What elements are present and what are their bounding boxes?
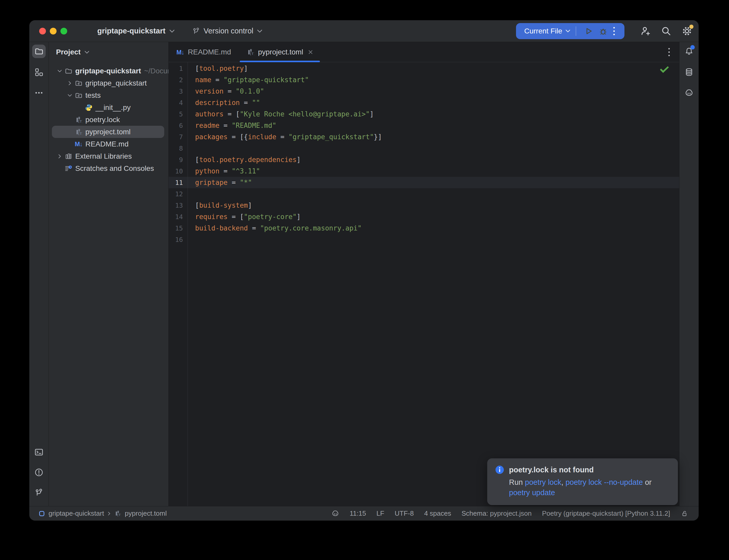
code-line[interactable]: 12	[169, 188, 679, 200]
line-number: 5	[169, 110, 187, 118]
info-icon	[495, 465, 504, 474]
run-configuration-widget[interactable]: Current File	[516, 23, 624, 39]
tree-row-root[interactable]: griptape-quickstart ~/Docume	[49, 65, 168, 77]
project-tool-button[interactable]	[32, 45, 46, 58]
debug-button[interactable]	[598, 26, 608, 36]
breadcrumb-project[interactable]: griptape-quickstart	[48, 509, 104, 517]
poetry-lock-link[interactable]: poetry lock	[525, 478, 561, 486]
line-number: 14	[169, 213, 187, 221]
code-line[interactable]: 2name = "griptape-quickstart"	[169, 74, 679, 86]
tree-row-init-py[interactable]: __init__.py	[49, 101, 168, 114]
activity-bar	[29, 42, 49, 506]
tree-row-external-libraries[interactable]: External Libraries	[49, 150, 168, 162]
breadcrumb-file[interactable]: pyproject.toml	[125, 509, 167, 517]
status-interpreter[interactable]: Poetry (griptape-quickstart) [Python 3.1…	[542, 509, 670, 517]
code-line[interactable]: 1[tool.poetry]	[169, 63, 679, 74]
title-bar: griptape-quickstart Version control Curr…	[29, 20, 699, 42]
notification-text: Run	[509, 478, 525, 486]
tab-pyproject[interactable]: [T] pyproject.toml	[239, 42, 321, 62]
ai-assistant-button[interactable]	[682, 86, 696, 100]
poetry-lock-no-update-link[interactable]: poetry lock --no-update	[566, 478, 643, 486]
project-panel-header[interactable]: Project	[49, 42, 168, 62]
line-number: 11	[169, 179, 187, 186]
notifications-button[interactable]	[682, 45, 696, 58]
status-caret-position[interactable]: 11:15	[350, 509, 366, 517]
scratches-icon	[65, 165, 75, 172]
more-tool-windows-button[interactable]	[32, 86, 46, 100]
folder-icon	[34, 47, 44, 56]
code-line[interactable]: 10python = "^3.11"	[169, 165, 679, 177]
ide-window: griptape-quickstart Version control Curr…	[29, 20, 699, 521]
tree-item-label: griptape_quickstart	[85, 79, 147, 87]
line-number: 8	[169, 145, 187, 152]
code-line[interactable]: 11griptape = "*"	[169, 177, 679, 188]
poetry-update-link[interactable]: poetry update	[509, 488, 555, 497]
tab-options-kebab-icon[interactable]	[668, 42, 670, 62]
code-line[interactable]: 16	[169, 234, 679, 245]
chevron-right-icon[interactable]	[54, 154, 65, 159]
terminal-tool-button[interactable]	[32, 445, 46, 459]
vcs-widget-label: Version control	[204, 27, 253, 35]
code-editor[interactable]: 1[tool.poetry]2name = "griptape-quicksta…	[169, 62, 679, 506]
code-line[interactable]: 9[tool.poetry.dependencies]	[169, 154, 679, 165]
tree-item-label: External Libraries	[75, 152, 132, 160]
line-number: 9	[169, 156, 187, 164]
libraries-icon	[65, 152, 75, 160]
tree-item-path: ~/Docume	[144, 67, 168, 75]
add-user-icon[interactable]	[640, 26, 651, 37]
code-line[interactable]: 14requires = ["poetry-core"]	[169, 211, 679, 222]
package-folder-icon	[75, 92, 85, 99]
status-encoding[interactable]: UTF-8	[395, 509, 414, 517]
close-tab-icon[interactable]	[308, 50, 313, 55]
line-number: 12	[169, 190, 187, 198]
code-line[interactable]: 4description = ""	[169, 97, 679, 108]
chevron-down-icon[interactable]	[65, 94, 75, 97]
minimize-window-button[interactable]	[50, 28, 57, 34]
database-icon	[684, 67, 694, 77]
chevron-right-icon[interactable]	[65, 81, 75, 86]
run-button[interactable]	[584, 26, 594, 36]
project-panel: Project griptape-quickstart ~/Docume gri…	[49, 42, 169, 506]
project-switcher-label: griptape-quickstart	[97, 27, 165, 35]
code-line[interactable]: 6readme = "README.md"	[169, 120, 679, 131]
version-control-tool-button[interactable]	[32, 486, 46, 499]
code-line[interactable]: 15build-backend = "poetry.core.masonry.a…	[169, 222, 679, 234]
database-button[interactable]	[682, 65, 696, 79]
window-controls	[39, 28, 67, 34]
problems-tool-button[interactable]	[32, 466, 46, 479]
line-number: 3	[169, 88, 187, 95]
notification-badge	[690, 45, 695, 50]
project-switcher[interactable]: griptape-quickstart	[97, 27, 175, 35]
status-indent[interactable]: 4 spaces	[424, 509, 451, 517]
zoom-window-button[interactable]	[60, 28, 67, 34]
inspection-ok-check-icon[interactable]	[660, 66, 669, 74]
toml-file-icon: [T]	[114, 510, 121, 517]
tree-row-tests[interactable]: tests	[49, 89, 168, 101]
unlocked-padlock-icon[interactable]	[681, 510, 688, 517]
settings-gear-icon[interactable]	[682, 26, 692, 37]
code-line[interactable]: 13[build-system]	[169, 200, 679, 211]
structure-tool-button[interactable]	[32, 65, 46, 79]
close-window-button[interactable]	[39, 28, 46, 34]
tree-row-package[interactable]: griptape_quickstart	[49, 77, 168, 89]
tree-row-poetry-lock[interactable]: [T] poetry.lock	[49, 114, 168, 126]
line-number: 13	[169, 202, 187, 209]
structure-icon	[34, 67, 44, 77]
toml-file-icon: [T]	[246, 48, 254, 56]
tree-row-readme[interactable]: M↓ README.md	[49, 138, 168, 150]
chevron-down-icon[interactable]	[54, 69, 65, 73]
code-line[interactable]: 3version = "0.1.0"	[169, 86, 679, 97]
code-line[interactable]: 7packages = [{include = "griptape_quicks…	[169, 131, 679, 143]
code-line[interactable]: 8	[169, 143, 679, 154]
tree-row-scratches[interactable]: Scratches and Consoles	[49, 162, 168, 174]
vcs-widget[interactable]: Version control	[192, 27, 262, 36]
copilot-status-icon[interactable]	[331, 509, 339, 517]
status-schema[interactable]: Schema: pyproject.json	[462, 509, 532, 517]
tree-item-label: pyproject.toml	[85, 128, 130, 136]
search-icon[interactable]	[661, 26, 672, 37]
status-line-ending[interactable]: LF	[377, 509, 384, 517]
tab-readme[interactable]: M↓ README.md	[169, 42, 239, 62]
code-line[interactable]: 5authors = ["Kyle Roche <hello@griptape.…	[169, 108, 679, 120]
more-run-options-button[interactable]	[613, 26, 615, 36]
tree-row-pyproject-toml[interactable]: [T] pyproject.toml	[52, 126, 164, 138]
